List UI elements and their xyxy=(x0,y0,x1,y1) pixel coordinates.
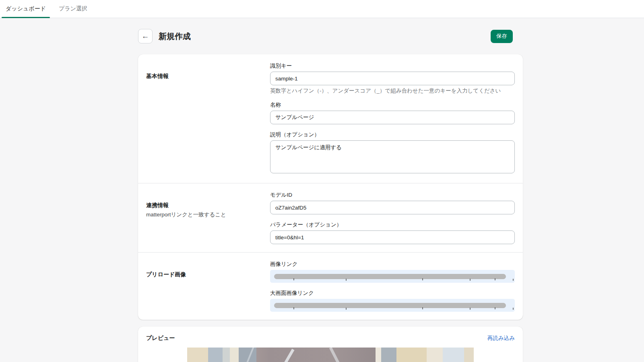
model-id-input[interactable] xyxy=(270,201,515,214)
image-link-label: 画像リンク xyxy=(270,261,515,268)
preview-panorama-image[interactable] xyxy=(187,348,474,362)
field-image-link: 画像リンク xyxy=(270,261,515,283)
redacted-value-bar xyxy=(274,274,506,279)
preview-card: プレビュー 再読み込み xyxy=(138,327,523,362)
ceiling-highlight-decoration xyxy=(329,348,399,362)
section-integration-fields: モデルID パラメーター（オプション） xyxy=(270,191,515,244)
large-image-link-input[interactable] xyxy=(270,299,515,312)
back-arrow-icon: ← xyxy=(142,32,149,41)
image-link-input[interactable] xyxy=(270,270,515,283)
section-preload-images: プリロード画像 画像リンク 大画面画像リンク xyxy=(138,253,523,320)
page-content: ← 新規作成 保存 基本情報 識別キー 英数字とハイフン（-）、アンダースコア（… xyxy=(138,18,523,362)
tab-dashboard-label: ダッシュボード xyxy=(6,5,46,12)
preview-header: プレビュー 再読み込み xyxy=(146,335,515,342)
section-basic-info-heading: 基本情報 xyxy=(146,62,270,175)
save-button[interactable]: 保存 xyxy=(491,30,513,43)
name-label: 名称 xyxy=(270,101,515,109)
field-name: 名称 xyxy=(270,101,515,124)
section-basic-info-title: 基本情報 xyxy=(146,73,264,80)
identifier-key-label: 識別キー xyxy=(270,62,515,70)
section-preload-fields: 画像リンク 大画面画像リンク xyxy=(270,261,515,312)
tab-dashboard[interactable]: ダッシュボード xyxy=(2,0,50,18)
name-input[interactable] xyxy=(270,111,515,124)
section-preload-heading: プリロード画像 xyxy=(146,261,270,312)
page-header: ← 新規作成 保存 xyxy=(138,29,523,43)
description-textarea[interactable]: サンプルページに適用する xyxy=(270,140,515,173)
section-integration-subtitle: matterportリンクと一致すること xyxy=(146,211,264,218)
preview-title: プレビュー xyxy=(146,335,175,342)
redacted-value-bar xyxy=(274,303,506,308)
section-basic-info: 基本情報 識別キー 英数字とハイフン（-）、アンダースコア（_）で組み合わせた一… xyxy=(138,54,523,183)
field-large-image-link: 大画面画像リンク xyxy=(270,290,515,312)
large-image-link-label: 大画面画像リンク xyxy=(270,290,515,297)
parameters-label: パラメーター（オプション） xyxy=(270,221,515,228)
field-parameters: パラメーター（オプション） xyxy=(270,221,515,244)
section-integration-heading: 連携情報 matterportリンクと一致すること xyxy=(146,191,270,244)
back-button[interactable]: ← xyxy=(138,29,153,43)
ceiling-highlight-decoration xyxy=(218,349,294,362)
tab-plan-select[interactable]: プラン選択 xyxy=(55,0,91,18)
field-model-id: モデルID xyxy=(270,191,515,214)
section-integration-title: 連携情報 xyxy=(146,202,264,209)
section-integration-info: 連携情報 matterportリンクと一致すること モデルID パラメーター（オ… xyxy=(138,183,523,252)
section-basic-info-fields: 識別キー 英数字とハイフン（-）、アンダースコア（_）で組み合わせた一意のキーを… xyxy=(270,62,515,175)
description-label: 説明（オプション） xyxy=(270,131,515,138)
tab-plan-select-label: プラン選択 xyxy=(59,5,87,12)
ceiling-highlight-decoration xyxy=(198,348,255,362)
reload-link[interactable]: 再読み込み xyxy=(487,335,515,342)
identifier-key-helper: 英数字とハイフン（-）、アンダースコア（_）で組み合わせた一意のキーを入力してく… xyxy=(270,87,515,95)
form-card: 基本情報 識別キー 英数字とハイフン（-）、アンダースコア（_）で組み合わせた一… xyxy=(138,54,523,320)
field-description: 説明（オプション） サンプルページに適用する xyxy=(270,131,515,175)
page-title: 新規作成 xyxy=(159,31,191,42)
model-id-label: モデルID xyxy=(270,191,515,199)
parameters-input[interactable] xyxy=(270,230,515,244)
top-nav: ダッシュボード プラン選択 xyxy=(0,0,644,18)
identifier-key-input[interactable] xyxy=(270,72,515,85)
section-preload-title: プリロード画像 xyxy=(146,271,264,278)
field-identifier-key: 識別キー 英数字とハイフン（-）、アンダースコア（_）で組み合わせた一意のキーを… xyxy=(270,62,515,95)
